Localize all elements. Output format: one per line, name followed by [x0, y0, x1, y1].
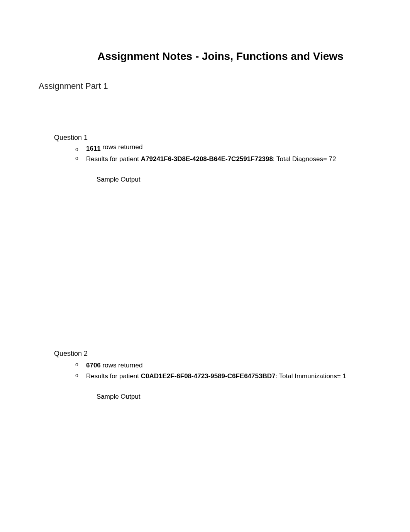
question-2-label: Question 2 — [54, 350, 371, 358]
question-2-results: Results for patient C0AD1E2F-6F08-4723-9… — [75, 371, 371, 381]
question-2-rows-suffix: rows returned — [101, 362, 143, 369]
question-2-patient-id: C0AD1E2F-6F08-4723-9589-C6FE64753BD7 — [141, 372, 276, 380]
question-2-rows-returned: 6706 rows returned — [75, 360, 371, 371]
question-1-results: Results for patient A79241F6-3D8E-4208-B… — [75, 154, 371, 164]
question-1-results-suffix: : Total Diagnoses= 72 — [273, 155, 336, 163]
document-title: Assignment Notes - Joins, Functions and … — [85, 50, 356, 63]
question-1-block: Question 1 1611 rows returned Results fo… — [54, 134, 371, 326]
question-2-sample-output: Sample Output — [97, 393, 371, 401]
question-2-rows-count: 6706 — [86, 362, 101, 369]
question-2-output-area — [54, 401, 371, 517]
question-1-results-prefix: Results for patient — [86, 155, 141, 163]
question-1-rows-suffix: rows returned — [101, 143, 143, 151]
question-1-label: Question 1 — [54, 134, 371, 142]
question-1-list: 1611 rows returned Results for patient A… — [75, 143, 371, 164]
question-1-sample-output: Sample Output — [97, 176, 371, 184]
document-subtitle: Assignment Part 1 — [39, 81, 371, 91]
question-1-output-area — [54, 184, 371, 326]
question-2-block: Question 2 6706 rows returned Results fo… — [54, 350, 371, 516]
question-2-list: 6706 rows returned Results for patient C… — [75, 360, 371, 381]
question-1-patient-id: A79241F6-3D8E-4208-B64E-7C2591F72398 — [141, 155, 273, 163]
question-2-results-suffix: : Total Immunizations= 1 — [275, 372, 346, 380]
question-1-rows-returned: 1611 rows returned — [75, 143, 371, 154]
question-2-results-prefix: Results for patient — [86, 372, 141, 380]
question-1-rows-count: 1611 — [86, 145, 101, 152]
